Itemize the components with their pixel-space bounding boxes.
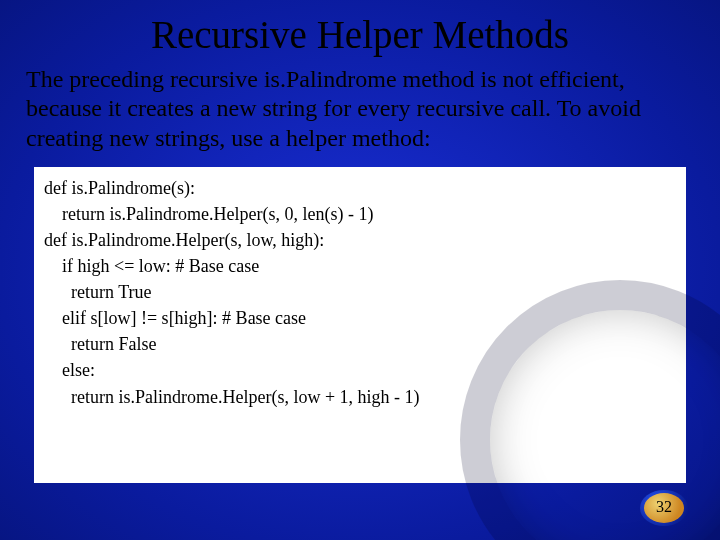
slide: Recursive Helper Methods The preceding r… [0, 0, 720, 540]
code-line: return is.Palindrome.Helper(s, 0, len(s)… [44, 201, 676, 227]
page-number: 32 [640, 498, 688, 516]
code-line: def is.Palindrome(s): [44, 175, 676, 201]
code-line: if high <= low: # Base case [44, 253, 676, 279]
page-number-badge: 32 [640, 490, 688, 526]
body-paragraph: The preceding recursive is.Palindrome me… [0, 65, 720, 153]
slide-title: Recursive Helper Methods [0, 0, 720, 65]
code-line: def is.Palindrome.Helper(s, low, high): [44, 227, 676, 253]
